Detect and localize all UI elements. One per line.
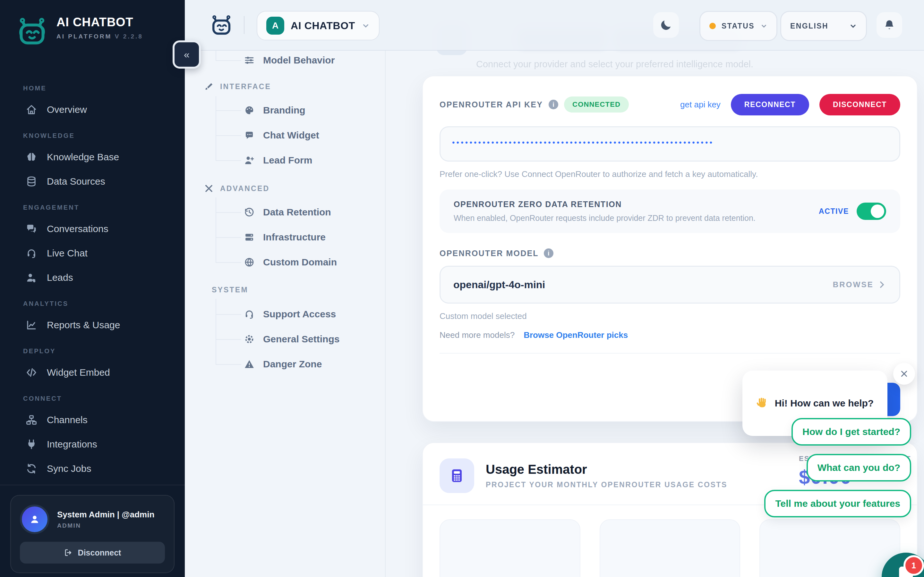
- chevron-down-icon: [849, 22, 857, 30]
- sync-icon: [26, 463, 37, 474]
- settings-group-advanced: ADVANCED: [204, 179, 270, 198]
- sidebar-item-live-chat[interactable]: Live Chat: [0, 241, 185, 266]
- estimator-title: Usage Estimator: [486, 462, 727, 477]
- model-label: OPENROUTER MODEL: [439, 249, 539, 258]
- sidebar-item-data-sources[interactable]: Data Sources: [0, 169, 185, 193]
- logout-icon: [64, 548, 73, 557]
- section-deploy: DEPLOY: [23, 348, 185, 356]
- settings-item-general-settings[interactable]: General Settings: [244, 330, 339, 349]
- zdr-panel: OPENROUTER ZERO DATA RETENTION When enab…: [439, 189, 900, 233]
- section-connect: CONNECT: [23, 395, 185, 404]
- info-icon: i: [544, 248, 553, 258]
- app-root: Connect your provider and select your pr…: [0, 0, 924, 577]
- topbar-separator: [244, 16, 244, 34]
- close-icon: [900, 369, 909, 378]
- zdr-state-label: ACTIVE: [819, 207, 849, 216]
- dark-mode-toggle-button[interactable]: [653, 12, 679, 38]
- language-dropdown[interactable]: ENGLISH: [780, 11, 867, 41]
- bot-selector-dropdown[interactable]: A AI CHATBOT: [257, 11, 380, 40]
- sidebar-nav: HOME Overview KNOWLEDGE Knowledge Base D…: [0, 49, 185, 481]
- settings-item-chat-widget[interactable]: Chat Widget: [244, 126, 319, 145]
- sidebar-item-integrations[interactable]: Integrations: [0, 432, 185, 456]
- headset-icon: [244, 309, 255, 319]
- sidebar-collapse-button[interactable]: «: [173, 40, 201, 69]
- user-icon: [29, 514, 40, 525]
- browse-openrouter-picks-link[interactable]: Browse OpenRouter picks: [523, 330, 628, 340]
- sidebar-item-overview[interactable]: Overview: [0, 97, 185, 122]
- settings-item-custom-domain[interactable]: Custom Domain: [244, 253, 337, 272]
- settings-item-data-retention[interactable]: Data Retention: [244, 203, 331, 222]
- api-key-input[interactable]: ••••••••••••••••••••••••••••••••••••••••…: [439, 126, 900, 161]
- status-dropdown[interactable]: STATUS: [699, 11, 777, 41]
- wave-icon: [756, 397, 769, 410]
- sidebar-disconnect-button[interactable]: Disconnect: [20, 542, 165, 564]
- language-label: ENGLISH: [790, 22, 829, 31]
- settings-item-support-access[interactable]: Support Access: [244, 305, 336, 324]
- sidebar-item-leads[interactable]: Leads: [0, 266, 185, 290]
- stat-avg-tokens-per-msg[interactable]: AVG. TOKENS / MSG i: [759, 519, 900, 577]
- chat-suggestion-2[interactable]: What can you do?: [806, 454, 911, 482]
- model-hint: Custom model selected: [439, 311, 900, 321]
- brain-icon: [26, 151, 37, 163]
- settings-item-infrastructure[interactable]: Infrastructure: [244, 227, 326, 247]
- sidebar-item-knowledge-base[interactable]: Knowledge Base: [0, 145, 185, 169]
- sidebar-item-channels[interactable]: Channels: [0, 408, 185, 432]
- bell-icon: [883, 19, 896, 31]
- sitemap-icon: [26, 414, 37, 426]
- user-name: System Admin | @admin: [57, 510, 154, 520]
- chat-suggestion-3[interactable]: Tell me about your features: [764, 490, 911, 517]
- settings-nav: Model Behavior INTERFACE Branding Chat W…: [185, 0, 386, 577]
- settings-item-danger-zone[interactable]: Danger Zone: [244, 355, 322, 374]
- disconnect-button[interactable]: DISCONNECT: [819, 94, 900, 115]
- settings-group-system: SYSTEM: [212, 280, 248, 300]
- home-icon: [26, 104, 37, 115]
- section-home: HOME: [23, 85, 185, 93]
- browse-models-button[interactable]: BROWSE: [833, 280, 887, 289]
- zdr-toggle[interactable]: [857, 203, 886, 220]
- notifications-button[interactable]: [877, 12, 902, 38]
- chart-line-icon: [26, 319, 37, 331]
- model-select-field[interactable]: openai/gpt-4o-mini BROWSE: [439, 266, 900, 303]
- chat-bubble-icon: [244, 130, 255, 141]
- user-card: System Admin | @admin ADMIN Disconnect: [10, 495, 174, 573]
- settings-item-lead-form[interactable]: Lead Form: [244, 151, 312, 170]
- sidebar-item-conversations[interactable]: Conversations: [0, 217, 185, 241]
- headset-icon: [26, 247, 37, 259]
- stat-msgs-per-chat[interactable]: MSGS / CHAT: [599, 519, 740, 577]
- sidebar-item-widget-embed[interactable]: Widget Embed: [0, 360, 185, 385]
- openrouter-api-card: OPENROUTER API KEY i CONNECTED get api k…: [422, 76, 918, 422]
- server-icon: [244, 232, 255, 243]
- palette-icon: [244, 105, 255, 116]
- bot-selector-label: AI CHATBOT: [291, 20, 355, 32]
- stat-chats-per-day[interactable]: CHATS / DAY: [439, 519, 580, 577]
- settings-item-branding[interactable]: Branding: [244, 101, 305, 120]
- code-icon: [26, 367, 37, 378]
- info-icon: i: [549, 100, 558, 109]
- database-icon: [26, 176, 37, 187]
- tools-icon: [204, 184, 214, 193]
- user-role: ADMIN: [57, 522, 154, 529]
- warning-icon: [244, 359, 255, 370]
- avatar: [20, 504, 49, 534]
- chat-close-button[interactable]: [893, 363, 915, 385]
- one-click-hint: Prefer one-click? Use Connect OpenRouter…: [439, 169, 900, 179]
- sidebar-item-sync-jobs[interactable]: Sync Jobs: [0, 456, 185, 481]
- reconnect-button[interactable]: RECONNECT: [731, 94, 809, 115]
- estimator-subtitle: PROJECT YOUR MONTHLY OPENROUTER USAGE CO…: [486, 480, 727, 489]
- sidebar-item-reports-usage[interactable]: Reports & Usage: [0, 313, 185, 337]
- paintbrush-icon: [204, 82, 214, 91]
- topbar-robot-logo-icon: [209, 12, 234, 39]
- brand-block: AI CHATBOT AI PLATFORM V 2.2.8: [0, 0, 185, 49]
- plug-icon: [26, 438, 37, 450]
- conversations-icon: [26, 223, 37, 235]
- settings-item-model-behavior[interactable]: Model Behavior: [244, 51, 334, 70]
- brand-subtitle: AI PLATFORM V 2.2.8: [57, 33, 143, 40]
- get-api-key-link[interactable]: get api key: [680, 100, 720, 110]
- chat-suggestion-1[interactable]: How do I get started?: [792, 418, 911, 446]
- primary-sidebar: AI CHATBOT AI PLATFORM V 2.2.8 HOME Over…: [0, 0, 185, 577]
- section-engagement: ENGAGEMENT: [23, 204, 185, 213]
- chevron-down-icon: [362, 21, 370, 30]
- card-divider: [439, 353, 900, 354]
- section-knowledge: KNOWLEDGE: [23, 132, 185, 141]
- sidebar-divider: [0, 485, 185, 485]
